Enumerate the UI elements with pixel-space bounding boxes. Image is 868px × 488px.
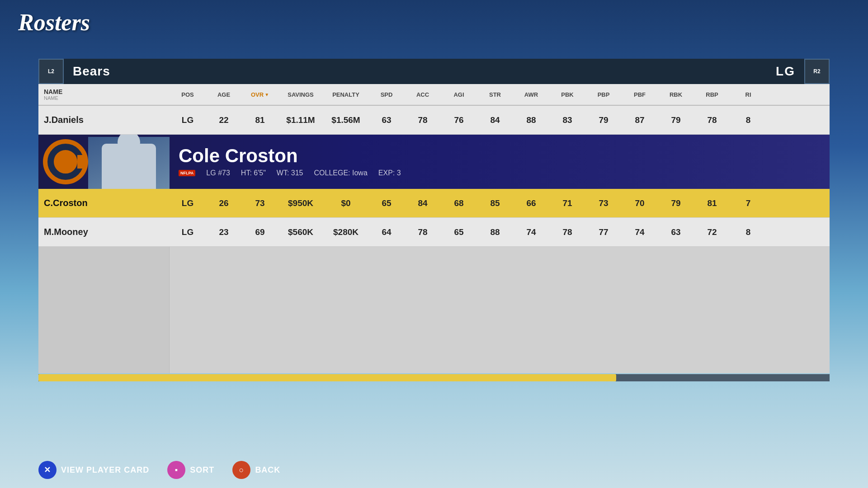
pos-column-header: POS xyxy=(170,84,206,105)
back-button[interactable]: ○ BACK xyxy=(232,461,280,479)
player-penalty: $1.56M xyxy=(323,115,368,125)
player-ovr: 81 xyxy=(242,115,278,125)
player-name: M.Mooney xyxy=(38,227,170,237)
player-rbp: 81 xyxy=(694,198,730,208)
ri-column-header: RI xyxy=(730,84,766,105)
str-column-header: STR xyxy=(477,84,513,105)
sort-label: SORT xyxy=(190,465,214,475)
l2-button[interactable]: L2 xyxy=(38,59,64,84)
player-portrait-area xyxy=(38,135,170,189)
player-age: 23 xyxy=(206,227,242,237)
ovr-column-header[interactable]: OVR▼ xyxy=(242,84,278,105)
view-player-card-label: VIEW PLAYER CARD xyxy=(61,465,149,475)
player-age: 26 xyxy=(206,198,242,208)
player-ri: 8 xyxy=(730,227,766,237)
square-button-icon: ▪ xyxy=(167,461,185,479)
back-label: BACK xyxy=(255,465,280,475)
player-ri: 8 xyxy=(730,115,766,125)
pbf-column-header: PBF xyxy=(622,84,658,105)
team-name: Bears xyxy=(64,64,776,79)
nflpa-badge: NFLPA xyxy=(179,170,195,176)
player-agi: 68 xyxy=(441,198,477,208)
table-row[interactable]: J.Daniels LG 22 81 $1.11M $1.56M 63 78 7… xyxy=(38,106,830,135)
column-headers: NAME NAME POS AGE OVR▼ SAVINGS PENALTY S… xyxy=(38,84,830,106)
rbk-column-header: RBK xyxy=(658,84,694,105)
age-column-header: AGE xyxy=(206,84,242,105)
player-exp: EXP: 3 xyxy=(378,169,401,177)
player-awr: 88 xyxy=(513,115,549,125)
player-weight: WT: 315 xyxy=(277,169,303,177)
page-title: Rosters xyxy=(18,9,90,36)
position-filter: LG xyxy=(776,64,804,79)
main-container: L2 Bears LG R2 NAME NAME POS AGE OVR▼ SA… xyxy=(38,59,830,447)
player-savings: $950K xyxy=(278,198,323,208)
r2-button[interactable]: R2 xyxy=(804,59,830,84)
player-name: J.Daniels xyxy=(38,115,170,125)
player-spd: 64 xyxy=(368,227,405,237)
player-agi: 76 xyxy=(441,115,477,125)
team-logo xyxy=(43,139,88,184)
player-acc: 78 xyxy=(405,227,441,237)
player-rbp: 78 xyxy=(694,115,730,125)
table-row[interactable]: M.Mooney LG 23 69 $560K $280K 64 78 65 8… xyxy=(38,218,830,247)
table-area: J.Daniels LG 22 81 $1.11M $1.56M 63 78 7… xyxy=(38,106,830,373)
player-awr: 74 xyxy=(513,227,549,237)
player-age: 22 xyxy=(206,115,242,125)
player-pbf: 87 xyxy=(622,115,658,125)
player-savings: $1.11M xyxy=(278,115,323,125)
player-pbf: 74 xyxy=(622,227,658,237)
selected-player-name: Cole Croston xyxy=(179,146,821,165)
table-row[interactable]: C.Croston LG 26 73 $950K $0 65 84 68 85 … xyxy=(38,189,830,218)
player-college: COLLEGE: Iowa xyxy=(314,169,368,177)
player-details-row: NFLPA LG #73 HT: 6'5" WT: 315 COLLEGE: I… xyxy=(179,169,821,177)
rbp-column-header: RBP xyxy=(694,84,730,105)
header-bar: L2 Bears LG R2 xyxy=(38,59,830,84)
player-pbp: 79 xyxy=(585,115,622,125)
player-pbk: 78 xyxy=(549,227,585,237)
view-player-card-button[interactable]: ✕ VIEW PLAYER CARD xyxy=(38,461,149,479)
player-pos: LG xyxy=(170,115,206,125)
player-str: 88 xyxy=(477,227,513,237)
player-str: 84 xyxy=(477,115,513,125)
player-savings: $560K xyxy=(278,227,323,237)
player-ri: 7 xyxy=(730,198,766,208)
pbp-column-header: PBP xyxy=(585,84,622,105)
acc-column-header: ACC xyxy=(405,84,441,105)
sort-arrow-icon: ▼ xyxy=(264,92,269,97)
horizontal-scrollbar[interactable] xyxy=(38,374,830,381)
bears-c-logo xyxy=(47,144,84,180)
player-str: 85 xyxy=(477,198,513,208)
name-label: NAME xyxy=(44,88,170,95)
player-pbp: 77 xyxy=(585,227,622,237)
player-pbk: 83 xyxy=(549,115,585,125)
agi-column-header: AGI xyxy=(441,84,477,105)
x-button-icon: ✕ xyxy=(38,461,57,479)
player-spd: 63 xyxy=(368,115,405,125)
name-column-header: NAME NAME xyxy=(38,84,170,105)
player-pbp: 73 xyxy=(585,198,622,208)
scrollbar-track xyxy=(616,374,830,381)
savings-column-header: SAVINGS xyxy=(278,84,323,105)
player-rbp: 72 xyxy=(694,227,730,237)
player-pos-number: LG #73 xyxy=(206,169,230,177)
player-acc: 84 xyxy=(405,198,441,208)
player-ovr: 69 xyxy=(242,227,278,237)
player-pos: LG xyxy=(170,227,206,237)
empty-rows-area xyxy=(38,247,830,373)
spd-column-header: SPD xyxy=(368,84,405,105)
player-ovr: 73 xyxy=(242,198,278,208)
player-pos: LG xyxy=(170,198,206,208)
player-height: HT: 6'5" xyxy=(241,169,266,177)
name-sub-label: NAME xyxy=(44,95,170,101)
scrollbar-thumb[interactable] xyxy=(38,374,616,381)
circle-button-icon: ○ xyxy=(232,461,250,479)
player-detail-card: Cole Croston NFLPA LG #73 HT: 6'5" WT: 3… xyxy=(38,135,830,189)
player-pbk: 71 xyxy=(549,198,585,208)
empty-name-column xyxy=(38,247,170,373)
sort-button[interactable]: ▪ SORT xyxy=(167,461,214,479)
player-penalty: $280K xyxy=(323,227,368,237)
penalty-column-header: PENALTY xyxy=(323,84,368,105)
player-info-area: Cole Croston NFLPA LG #73 HT: 6'5" WT: 3… xyxy=(170,141,830,183)
player-awr: 66 xyxy=(513,198,549,208)
player-rbk: 79 xyxy=(658,115,694,125)
